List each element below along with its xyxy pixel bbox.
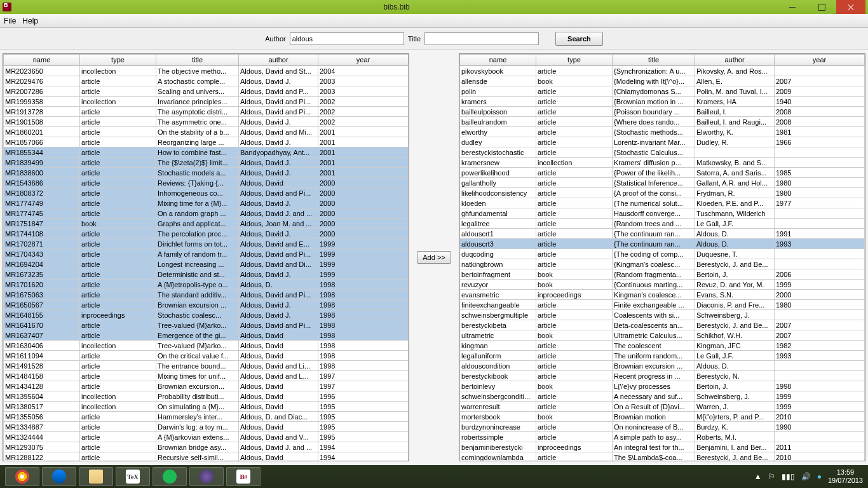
table-row[interactable]: kramersarticle{Brownian motion in ...Kra… bbox=[460, 97, 865, 107]
table-row[interactable]: gallanthollyarticle{Statistical Inferenc… bbox=[460, 178, 865, 188]
table-row[interactable]: bailleulrandomarticle{Where does rando..… bbox=[460, 117, 865, 127]
col-header-type[interactable]: type bbox=[80, 55, 156, 65]
title-input[interactable] bbox=[424, 32, 539, 45]
table-row[interactable]: berestyckistochasticarticle{Stochastic C… bbox=[460, 147, 865, 158]
table-row[interactable]: MR1630406incollectionTree-valued {M}arko… bbox=[4, 341, 409, 351]
table-row[interactable]: mortersbookbookBrownian motionM{\"o}rter… bbox=[460, 412, 865, 422]
table-row[interactable]: bailleulpoissonarticle{Poisson boundary … bbox=[460, 107, 865, 117]
table-row[interactable]: MR1543686articleReviews: {T}aking {...Al… bbox=[4, 178, 409, 188]
table-row[interactable]: MR1491528articleThe entrance bound...Ald… bbox=[4, 361, 409, 371]
table-row[interactable]: natkingbrownarticle{Kingman's coalesc...… bbox=[460, 259, 865, 269]
table-row[interactable]: MR1484158articleMixing times for unif...… bbox=[4, 371, 409, 381]
table-row[interactable]: MR1637407articleEmergence of the gi...Al… bbox=[4, 330, 409, 341]
table-row[interactable]: legalluniformarticleThe uniform random..… bbox=[460, 351, 865, 361]
table-row[interactable]: MR1701620articleA {M}etropolis-type o...… bbox=[4, 280, 409, 290]
maximize-button[interactable] bbox=[807, 0, 836, 14]
tray-clock[interactable]: 13:59 19/07/2013 bbox=[828, 468, 863, 485]
col-header-title[interactable]: title bbox=[613, 55, 695, 65]
table-row[interactable]: schweinsbergmultiplearticleCoalescents w… bbox=[460, 310, 865, 320]
col-header-year[interactable]: year bbox=[318, 55, 409, 65]
taskbar-spotify[interactable] bbox=[153, 467, 187, 486]
table-row[interactable]: robertssimplearticleA simple path to asy… bbox=[460, 432, 865, 442]
table-row[interactable]: MR1901508articleThe asymmetric one...Ald… bbox=[4, 117, 409, 127]
table-row[interactable]: MR1808372articleInhomogeneous co...Aldou… bbox=[4, 188, 409, 198]
tray-volume-icon[interactable]: 🔊 bbox=[801, 472, 811, 481]
table-row[interactable]: bertoinfragmentbook{Random fragmenta...B… bbox=[460, 269, 865, 280]
table-row[interactable]: MR2023650incollectionThe objective metho… bbox=[4, 66, 409, 76]
taskbar-eclipse[interactable] bbox=[189, 467, 224, 486]
col-header-author[interactable]: author bbox=[695, 55, 775, 65]
taskbar-tex[interactable]: TeX bbox=[116, 467, 150, 486]
menu-help[interactable]: Help bbox=[22, 17, 38, 25]
table-row[interactable]: aldouscrt1article{The continuum ran...Al… bbox=[460, 229, 865, 239]
table-row[interactable]: evansmetricinproceedingsKingman's coales… bbox=[460, 290, 865, 300]
table-row[interactable]: aldousconditionarticleBrownian excursion… bbox=[460, 361, 865, 371]
menu-file[interactable]: File bbox=[4, 17, 16, 25]
table-row[interactable]: ghfundamentalarticleHausdorff converge..… bbox=[460, 208, 865, 219]
col-header-title[interactable]: title bbox=[156, 55, 239, 65]
table-row[interactable]: MR1673235articleDeterministic and st...A… bbox=[4, 269, 409, 280]
table-row[interactable]: MR1774745articleOn a random graph ...Ald… bbox=[4, 208, 409, 219]
table-row[interactable]: MR1704343articleA family of random tr...… bbox=[4, 249, 409, 259]
table-row[interactable]: MR1380517incollectionOn simulating a {M}… bbox=[4, 402, 409, 412]
table-row[interactable]: MR1839499articleThe {$\zeta(2)$} limit..… bbox=[4, 158, 409, 168]
tray-flag-icon[interactable]: ⚐ bbox=[768, 472, 775, 481]
table-row[interactable]: benjaminiberestyckiinproceedingsAn integ… bbox=[460, 442, 865, 452]
table-row[interactable]: pikovskybookarticle{Synchronization: A u… bbox=[460, 66, 865, 76]
table-row[interactable]: MR1611094articleOn the critical value f.… bbox=[4, 351, 409, 361]
tray-globe-icon[interactable]: ● bbox=[817, 472, 822, 481]
table-row[interactable]: MR1694204articleLongest increasing ...Al… bbox=[4, 259, 409, 269]
table-row[interactable]: MR1838600articleStochastic models a...Al… bbox=[4, 168, 409, 178]
minimize-button[interactable] bbox=[778, 0, 807, 14]
table-row[interactable]: MR1395604incollectionProbability distrib… bbox=[4, 391, 409, 402]
tray-wifi-icon[interactable]: ▮▮▯ bbox=[782, 472, 795, 481]
table-row[interactable]: MR1751847bookGraphs and applicat...Aldou… bbox=[4, 219, 409, 229]
table-row[interactable]: MR1855344articleHow to combine fast...Ba… bbox=[4, 147, 409, 158]
table-row[interactable]: allensdebook{Modeling with It{\^o}...All… bbox=[460, 76, 865, 86]
table-row[interactable]: MR1675063articleThe standard additiv...A… bbox=[4, 290, 409, 300]
col-header-author[interactable]: author bbox=[239, 55, 318, 65]
add-button[interactable]: Add >> bbox=[417, 251, 451, 264]
tray-chevron-icon[interactable]: ▲ bbox=[754, 472, 762, 481]
table-row[interactable]: MR1334887articleDarwin's log: a toy m...… bbox=[4, 422, 409, 432]
taskbar-chrome[interactable] bbox=[5, 467, 39, 486]
table-row[interactable]: MR1324444articleA {M}arkovian extens...A… bbox=[4, 432, 409, 442]
table-row[interactable]: powerlikelihoodarticle{Power of the like… bbox=[460, 168, 865, 178]
table-row[interactable]: warrenresultarticleOn a Result of {D}avi… bbox=[460, 402, 865, 412]
table-row[interactable]: MR1860201articleOn the stability of a b.… bbox=[4, 127, 409, 137]
table-row[interactable]: revuzyorbook{Continuous marting...Revuz,… bbox=[460, 280, 865, 290]
close-button[interactable] bbox=[836, 0, 865, 14]
table-row[interactable]: MR1641670articleTree-valued {M}arko...Al… bbox=[4, 320, 409, 330]
table-row[interactable]: aldouscrt3article{The continuum ran...Al… bbox=[460, 239, 865, 249]
table-row[interactable]: MR1744108articleThe percolation proc...A… bbox=[4, 229, 409, 239]
table-row[interactable]: MR1293075articleBrownian bridge asy...Al… bbox=[4, 442, 409, 452]
table-row[interactable]: MR1355056articleHammersley's inter...Ald… bbox=[4, 412, 409, 422]
table-row[interactable]: MR1650567articleBrownian excursion ...Al… bbox=[4, 300, 409, 310]
table-row[interactable]: berestyckibookarticleRecent progress in … bbox=[460, 371, 865, 381]
table-row[interactable]: MR1648155inproceedingsStochastic coalesc… bbox=[4, 310, 409, 320]
table-row[interactable]: duqcodingarticle{The coding of comp...Du… bbox=[460, 249, 865, 259]
col-header-name[interactable]: name bbox=[460, 55, 536, 65]
col-header-year[interactable]: year bbox=[775, 55, 865, 65]
table-row[interactable]: polinarticle{Chlamydomonas S...Polin, M.… bbox=[460, 86, 865, 97]
table-row[interactable]: dudleyarticleLorentz-invariant Mar...Dud… bbox=[460, 137, 865, 147]
table-row[interactable]: kloedenarticle{The numerical solut...Klo… bbox=[460, 198, 865, 208]
table-row[interactable]: comingdownlambdaarticleThe $\Lambda$-coa… bbox=[460, 452, 865, 461]
table-row[interactable]: legalltreearticle{Random trees and ...Le… bbox=[460, 219, 865, 229]
table-row[interactable]: MR1774749articleMixing time for a {M}...… bbox=[4, 198, 409, 208]
table-row[interactable]: likelihoodconsistencyarticle{A proof of … bbox=[460, 188, 865, 198]
table-row[interactable]: MR1857066articleReorganizing large ...Al… bbox=[4, 137, 409, 147]
col-header-type[interactable]: type bbox=[536, 55, 613, 65]
table-row[interactable]: MR1288122articleRecursive self-simil...A… bbox=[4, 452, 409, 461]
table-row[interactable]: MR2029476articleA stochastic comple...Al… bbox=[4, 76, 409, 86]
col-header-name[interactable]: name bbox=[4, 55, 80, 65]
table-row[interactable]: bertoinlevybookL{\'e}vy processesBertoin… bbox=[460, 381, 865, 391]
table-row[interactable]: MR1434128articleBrownian excursion...Ald… bbox=[4, 381, 409, 391]
table-row[interactable]: berestyckibetaarticleBeta-coalescents an… bbox=[460, 320, 865, 330]
search-button[interactable]: Search bbox=[555, 32, 603, 46]
taskbar-explorer[interactable] bbox=[79, 467, 113, 486]
table-row[interactable]: MR1702871articleDirichlet forms on tot..… bbox=[4, 239, 409, 249]
table-row[interactable]: schweinsbergconditi...articleA necessary… bbox=[460, 391, 865, 402]
table-row[interactable]: MR2007286articleScaling and univers...Al… bbox=[4, 86, 409, 97]
table-row[interactable]: kingmanarticleThe coalescentKingman, JFC… bbox=[460, 341, 865, 351]
